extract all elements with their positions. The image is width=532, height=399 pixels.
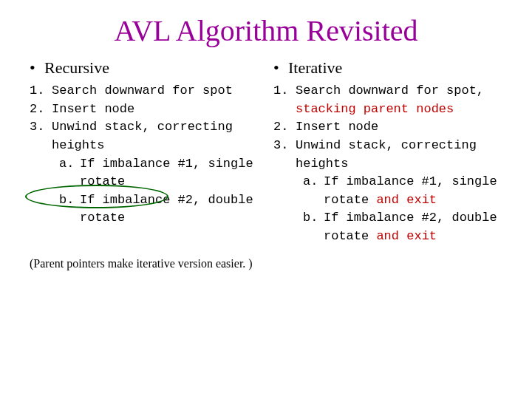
item-text: Unwind stack, correcting heights a. If i… — [296, 137, 502, 246]
text-part: Unwind stack, correcting heights — [296, 138, 477, 171]
list-item: 2. Insert node — [30, 100, 259, 119]
list-item: b. If imbalance #2, double rotate and ex… — [303, 209, 502, 245]
item-text: If imbalance #1, single rotate and exit — [324, 173, 502, 209]
list-item: a. If imbalance #1, single rotate and ex… — [303, 173, 502, 209]
item-text: Unwind stack, correcting heights a. If i… — [52, 118, 259, 228]
right-list: 1. Search downward for spot, stacking pa… — [273, 82, 502, 246]
item-number: 2. — [30, 100, 52, 119]
left-heading: Recursive — [30, 58, 259, 78]
item-letter: a. — [59, 155, 80, 191]
left-list: 1. Search downward for spot 2. Insert no… — [30, 82, 259, 228]
item-number: 1. — [30, 82, 52, 100]
item-text: Insert node — [296, 118, 502, 137]
highlight-text: and exit — [376, 229, 437, 243]
circled-word: stack — [104, 120, 142, 134]
item-text: Search downward for spot — [52, 82, 259, 100]
item-number: 3. — [30, 118, 52, 228]
item-text: Search downward for spot, stacking paren… — [296, 82, 502, 118]
item-letter: b. — [59, 191, 80, 228]
item-number: 2. — [273, 118, 296, 137]
item-text: If imbalance #1, single rotate — [80, 155, 259, 191]
highlight-text: stacking parent nodes — [296, 102, 454, 116]
item-text: If imbalance #2, double rotate — [80, 191, 259, 228]
right-heading: Iterative — [273, 58, 502, 78]
list-item: 1. Search downward for spot, stacking pa… — [273, 82, 502, 118]
text-part: Unwind — [52, 120, 104, 134]
item-number: 3. — [273, 137, 296, 246]
list-item: 2. Insert node — [273, 118, 502, 137]
item-number: 1. — [273, 82, 296, 118]
item-text: If imbalance #2, double rotate and exit — [324, 209, 502, 245]
list-item: a. If imbalance #1, single rotate — [59, 155, 259, 191]
list-item: 1. Search downward for spot — [30, 82, 259, 100]
list-item: b. If imbalance #2, double rotate — [59, 191, 259, 228]
item-letter: b. — [303, 209, 324, 245]
text-part: Search downward for spot, — [296, 83, 484, 98]
list-item: 3. Unwind stack, correcting heights a. I… — [30, 118, 259, 228]
left-column: Recursive 1. Search downward for spot 2.… — [30, 58, 266, 282]
footnote: (Parent pointers make iterative version … — [30, 257, 259, 270]
right-column: Iterative 1. Search downward for spot, s… — [266, 58, 502, 282]
item-letter: a. — [303, 173, 324, 209]
item-text: Insert node — [52, 100, 259, 119]
list-item: 3. Unwind stack, correcting heights a. I… — [273, 137, 502, 246]
slide-title: AVL Algorithm Revisited — [0, 13, 532, 48]
columns-container: Recursive 1. Search downward for spot 2.… — [0, 58, 532, 282]
highlight-text: and exit — [376, 193, 437, 207]
